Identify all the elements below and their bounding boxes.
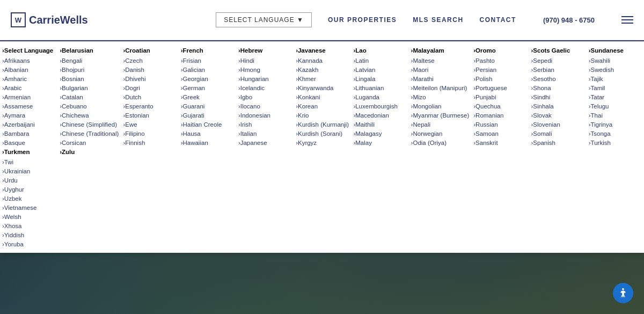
language-item[interactable]: ›Slovak: [531, 111, 584, 120]
language-item[interactable]: ›Igbo: [238, 92, 291, 101]
language-item[interactable]: ›Kurdish (Sorani): [296, 129, 349, 138]
language-item[interactable]: ›Shona: [531, 83, 584, 92]
language-item[interactable]: ›Norwegian: [411, 129, 470, 138]
language-column-header[interactable]: ›Zulu: [60, 147, 119, 156]
language-item[interactable]: ›Krio: [296, 111, 349, 120]
language-item[interactable]: ›Finnish: [123, 138, 176, 147]
language-column-header[interactable]: ›Scots Gaelic: [531, 46, 584, 55]
language-selector-button[interactable]: SELECT LANGUAGE ▼: [216, 12, 312, 27]
language-item[interactable]: ›Kurdish (Kurmanji): [296, 120, 349, 129]
language-item[interactable]: ›Dogri: [123, 83, 176, 92]
language-item[interactable]: ›Bosnian: [60, 74, 119, 83]
language-item[interactable]: ›Assamese: [2, 101, 55, 111]
language-item[interactable]: ›Haitian Creole: [181, 120, 234, 129]
language-column-header[interactable]: ›Javanese: [296, 46, 349, 55]
language-item[interactable]: ›Luganda: [353, 92, 406, 101]
nav-mls-search[interactable]: MLS SEARCH: [413, 16, 463, 24]
language-item[interactable]: ›Somali: [531, 129, 584, 138]
language-item[interactable]: ›Afrikaans: [2, 56, 55, 65]
language-item[interactable]: ›Twi: [2, 157, 55, 166]
language-item[interactable]: ›Lingala: [353, 74, 406, 83]
language-item[interactable]: ›Cebuano: [60, 101, 119, 111]
language-item[interactable]: ›Georgian: [181, 74, 234, 83]
language-item[interactable]: ›Serbian: [531, 65, 584, 74]
language-item[interactable]: ›Mongolian: [411, 101, 470, 111]
language-item[interactable]: ›Thai: [589, 111, 642, 120]
language-item[interactable]: ›Chinese (Traditional): [60, 129, 119, 138]
language-item[interactable]: ›Danish: [123, 65, 176, 74]
language-item[interactable]: ›Marathi: [411, 74, 470, 83]
language-column-header[interactable]: ›Sundanese: [589, 46, 642, 55]
language-item[interactable]: ›Armenian: [2, 92, 55, 101]
nav-our-properties[interactable]: OUR PROPERTIES: [328, 16, 397, 24]
language-item[interactable]: ›Esperanto: [123, 101, 176, 111]
language-item[interactable]: ›Latin: [353, 56, 406, 65]
nav-contact[interactable]: CONTACT: [480, 16, 516, 24]
language-item[interactable]: ›Welsh: [2, 212, 55, 221]
language-item[interactable]: ›Persian: [473, 65, 526, 74]
language-item[interactable]: ›Gujarati: [181, 111, 234, 120]
language-item[interactable]: ›Polish: [473, 74, 526, 83]
language-column-header[interactable]: ›Hebrew: [238, 46, 291, 55]
language-column-header[interactable]: ›Lao: [353, 46, 406, 55]
language-item[interactable]: ›Yiddish: [2, 230, 55, 239]
language-item[interactable]: ›Sepedi: [531, 56, 584, 65]
language-item[interactable]: ›Irish: [238, 120, 291, 129]
language-item[interactable]: ›Swahili: [589, 56, 642, 65]
hamburger-menu[interactable]: [621, 16, 633, 24]
language-item[interactable]: ›Albanian: [2, 65, 55, 74]
language-item[interactable]: ›Tajik: [589, 74, 642, 83]
language-item[interactable]: ›Malay: [353, 138, 406, 147]
language-item[interactable]: ›Indonesian: [238, 111, 291, 120]
language-item[interactable]: ›Galician: [181, 65, 234, 74]
language-item[interactable]: ›Tsonga: [589, 129, 642, 138]
language-item[interactable]: ›Japanese: [238, 138, 291, 147]
language-item[interactable]: ›Malagasy: [353, 129, 406, 138]
language-column-header[interactable]: ›Select Language: [2, 46, 55, 55]
language-item[interactable]: ›Czech: [123, 56, 176, 65]
language-item[interactable]: ›Greek: [181, 92, 234, 101]
language-item[interactable]: ›Vietnamese: [2, 203, 55, 212]
language-item[interactable]: ›Icelandic: [238, 83, 291, 92]
language-item[interactable]: ›Estonian: [123, 111, 176, 120]
language-item[interactable]: ›Amharic: [2, 74, 55, 83]
language-column-header[interactable]: ›Belarusian: [60, 46, 119, 55]
language-item[interactable]: ›Samoan: [473, 129, 526, 138]
language-item[interactable]: ›Basque: [2, 138, 55, 147]
language-item[interactable]: ›Hindi: [238, 56, 291, 65]
language-item[interactable]: ›Chichewa: [60, 111, 119, 120]
language-item[interactable]: ›Urdu: [2, 176, 55, 185]
language-item[interactable]: ›Bambara: [2, 129, 55, 138]
language-item[interactable]: ›Dutch: [123, 92, 176, 101]
language-item[interactable]: ›German: [181, 83, 234, 92]
language-item[interactable]: ›Konkani: [296, 92, 349, 101]
language-item[interactable]: ›Bhojpuri: [60, 65, 119, 74]
language-item[interactable]: ›Catalan: [60, 92, 119, 101]
language-item[interactable]: ›Kannada: [296, 56, 349, 65]
language-item[interactable]: ›Nepali: [411, 120, 470, 129]
language-item[interactable]: ›Odia (Oriya): [411, 138, 470, 147]
language-item[interactable]: ›Uyghur: [2, 185, 55, 194]
language-item[interactable]: ›Myanmar (Burmese): [411, 111, 470, 120]
language-item[interactable]: ›Hungarian: [238, 74, 291, 83]
language-item[interactable]: ›Sinhala: [531, 101, 584, 111]
language-item[interactable]: ›Hmong: [238, 65, 291, 74]
language-item[interactable]: ›Corsican: [60, 138, 119, 147]
language-column-header[interactable]: ›Turkmen: [2, 147, 55, 156]
language-item[interactable]: ›Kazakh: [296, 65, 349, 74]
language-item[interactable]: ›Macedonian: [353, 111, 406, 120]
language-item[interactable]: ›Romanian: [473, 111, 526, 120]
language-item[interactable]: ›Tamil: [589, 83, 642, 92]
language-item[interactable]: ›Italian: [238, 129, 291, 138]
language-item[interactable]: ›Telugu: [589, 101, 642, 111]
language-item[interactable]: ›Sindhi: [531, 92, 584, 101]
language-item[interactable]: ›Azerbaijani: [2, 120, 55, 129]
language-item[interactable]: ›Lithuanian: [353, 83, 406, 92]
language-item[interactable]: ›Korean: [296, 101, 349, 111]
language-item[interactable]: ›Ilocano: [238, 101, 291, 111]
language-item[interactable]: ›Pashto: [473, 56, 526, 65]
language-column-header[interactable]: ›Croatian: [123, 46, 176, 55]
language-item[interactable]: ›Kyrgyz: [296, 138, 349, 147]
language-item[interactable]: ›Spanish: [531, 138, 584, 147]
language-item[interactable]: ›Bengali: [60, 56, 119, 65]
